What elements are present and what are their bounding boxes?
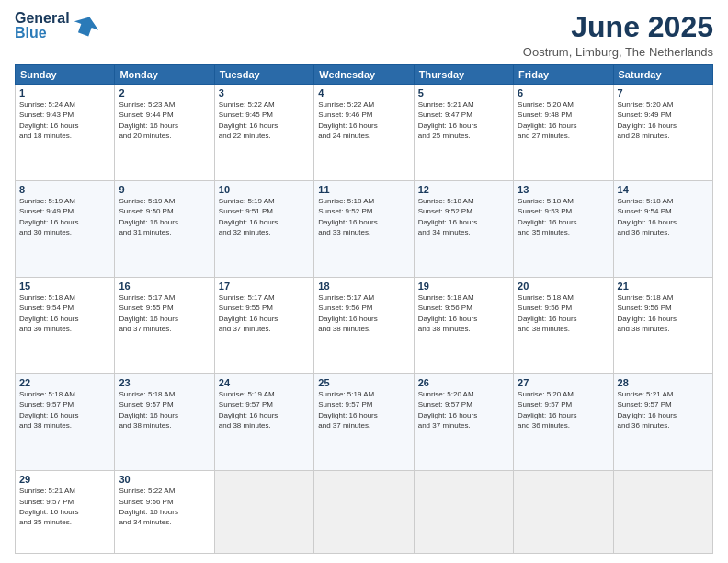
calendar-row: 8Sunrise: 5:19 AMSunset: 9:49 PMDaylight… <box>16 181 713 278</box>
day-detail: Sunrise: 5:19 AMSunset: 9:57 PMDaylight:… <box>219 390 278 430</box>
day-detail: Sunrise: 5:18 AMSunset: 9:56 PMDaylight:… <box>618 293 677 333</box>
table-row: 19Sunrise: 5:18 AMSunset: 9:56 PMDayligh… <box>414 278 513 374</box>
day-number: 14 <box>618 184 709 195</box>
day-detail: Sunrise: 5:21 AMSunset: 9:47 PMDaylight:… <box>418 100 477 140</box>
day-detail: Sunrise: 5:18 AMSunset: 9:57 PMDaylight:… <box>119 390 177 430</box>
day-detail: Sunrise: 5:22 AMSunset: 9:46 PMDaylight:… <box>318 100 377 140</box>
table-row: 3Sunrise: 5:22 AMSunset: 9:45 PMDaylight… <box>214 85 313 181</box>
day-detail: Sunrise: 5:20 AMSunset: 9:57 PMDaylight:… <box>418 390 477 430</box>
table-row: 6Sunrise: 5:20 AMSunset: 9:48 PMDaylight… <box>514 85 613 181</box>
day-number: 27 <box>518 377 609 388</box>
day-detail: Sunrise: 5:18 AMSunset: 9:57 PMDaylight:… <box>19 390 78 430</box>
table-row: 18Sunrise: 5:17 AMSunset: 9:56 PMDayligh… <box>314 278 414 374</box>
calendar-row: 15Sunrise: 5:18 AMSunset: 9:54 PMDayligh… <box>16 278 713 374</box>
table-row <box>613 471 712 554</box>
logo-bird-icon <box>70 9 103 42</box>
day-detail: Sunrise: 5:19 AMSunset: 9:57 PMDaylight:… <box>318 390 377 430</box>
day-number: 20 <box>518 281 609 292</box>
day-number: 23 <box>119 377 210 388</box>
header-sunday: Sunday <box>16 65 115 85</box>
day-detail: Sunrise: 5:17 AMSunset: 9:56 PMDaylight:… <box>318 293 377 333</box>
table-row: 1Sunrise: 5:24 AMSunset: 9:43 PMDaylight… <box>16 85 115 181</box>
day-number: 12 <box>418 184 509 195</box>
day-number: 3 <box>219 87 310 98</box>
day-number: 11 <box>318 184 409 195</box>
table-row: 27Sunrise: 5:20 AMSunset: 9:57 PMDayligh… <box>514 374 613 471</box>
calendar-body: 1Sunrise: 5:24 AMSunset: 9:43 PMDaylight… <box>16 85 713 554</box>
day-detail: Sunrise: 5:23 AMSunset: 9:44 PMDaylight:… <box>119 100 177 140</box>
table-row: 23Sunrise: 5:18 AMSunset: 9:57 PMDayligh… <box>115 374 214 471</box>
table-row: 16Sunrise: 5:17 AMSunset: 9:55 PMDayligh… <box>115 278 214 374</box>
day-detail: Sunrise: 5:18 AMSunset: 9:54 PMDaylight:… <box>19 293 78 333</box>
day-number: 24 <box>219 377 310 388</box>
day-number: 10 <box>219 184 310 195</box>
day-detail: Sunrise: 5:18 AMSunset: 9:53 PMDaylight:… <box>518 197 576 236</box>
day-detail: Sunrise: 5:20 AMSunset: 9:48 PMDaylight:… <box>518 100 576 140</box>
table-row: 11Sunrise: 5:18 AMSunset: 9:52 PMDayligh… <box>314 181 414 278</box>
day-number: 16 <box>119 281 210 292</box>
logo-general: General <box>15 11 70 26</box>
calendar-row: 22Sunrise: 5:18 AMSunset: 9:57 PMDayligh… <box>16 374 713 471</box>
day-detail: Sunrise: 5:18 AMSunset: 9:56 PMDaylight:… <box>518 293 576 333</box>
table-row: 12Sunrise: 5:18 AMSunset: 9:52 PMDayligh… <box>414 181 513 278</box>
table-row <box>214 471 313 554</box>
table-row <box>314 471 414 554</box>
day-number: 2 <box>119 87 210 98</box>
month-title: June 2025 <box>523 11 713 43</box>
day-detail: Sunrise: 5:24 AMSunset: 9:43 PMDaylight:… <box>19 100 78 140</box>
table-row: 13Sunrise: 5:18 AMSunset: 9:53 PMDayligh… <box>514 181 613 278</box>
table-row: 22Sunrise: 5:18 AMSunset: 9:57 PMDayligh… <box>16 374 115 471</box>
page: General Blue June 2025 Oostrum, Limburg,… <box>0 0 728 563</box>
table-row <box>514 471 613 554</box>
day-detail: Sunrise: 5:22 AMSunset: 9:56 PMDaylight:… <box>119 487 177 526</box>
day-number: 7 <box>618 87 709 98</box>
day-number: 21 <box>618 281 709 292</box>
header-tuesday: Tuesday <box>214 65 313 85</box>
header-friday: Friday <box>514 65 613 85</box>
table-row: 26Sunrise: 5:20 AMSunset: 9:57 PMDayligh… <box>414 374 513 471</box>
table-row: 14Sunrise: 5:18 AMSunset: 9:54 PMDayligh… <box>613 181 712 278</box>
day-detail: Sunrise: 5:22 AMSunset: 9:45 PMDaylight:… <box>219 100 278 140</box>
table-row: 24Sunrise: 5:19 AMSunset: 9:57 PMDayligh… <box>214 374 313 471</box>
day-number: 4 <box>318 87 409 98</box>
day-number: 26 <box>418 377 509 388</box>
calendar-table: Sunday Monday Tuesday Wednesday Thursday… <box>15 64 713 554</box>
table-row <box>414 471 513 554</box>
day-number: 29 <box>19 474 110 485</box>
weekday-header-row: Sunday Monday Tuesday Wednesday Thursday… <box>16 65 713 85</box>
day-number: 18 <box>318 281 409 292</box>
day-number: 25 <box>318 377 409 388</box>
day-number: 28 <box>618 377 709 388</box>
day-detail: Sunrise: 5:17 AMSunset: 9:55 PMDaylight:… <box>119 293 177 333</box>
table-row: 21Sunrise: 5:18 AMSunset: 9:56 PMDayligh… <box>613 278 712 374</box>
day-number: 1 <box>19 87 110 98</box>
day-detail: Sunrise: 5:18 AMSunset: 9:52 PMDaylight:… <box>318 197 377 236</box>
day-detail: Sunrise: 5:20 AMSunset: 9:49 PMDaylight:… <box>618 100 677 140</box>
svg-marker-0 <box>71 13 101 39</box>
day-number: 15 <box>19 281 110 292</box>
table-row: 8Sunrise: 5:19 AMSunset: 9:49 PMDaylight… <box>16 181 115 278</box>
table-row: 29Sunrise: 5:21 AMSunset: 9:57 PMDayligh… <box>16 471 115 554</box>
logo: General Blue <box>15 11 99 40</box>
table-row: 15Sunrise: 5:18 AMSunset: 9:54 PMDayligh… <box>16 278 115 374</box>
title-block: June 2025 Oostrum, Limburg, The Netherla… <box>523 11 713 59</box>
day-detail: Sunrise: 5:17 AMSunset: 9:55 PMDaylight:… <box>219 293 278 333</box>
table-row: 20Sunrise: 5:18 AMSunset: 9:56 PMDayligh… <box>514 278 613 374</box>
table-row: 30Sunrise: 5:22 AMSunset: 9:56 PMDayligh… <box>115 471 214 554</box>
day-detail: Sunrise: 5:18 AMSunset: 9:54 PMDaylight:… <box>618 197 677 236</box>
table-row: 17Sunrise: 5:17 AMSunset: 9:55 PMDayligh… <box>214 278 313 374</box>
day-number: 8 <box>19 184 110 195</box>
day-detail: Sunrise: 5:20 AMSunset: 9:57 PMDaylight:… <box>518 390 576 430</box>
table-row: 25Sunrise: 5:19 AMSunset: 9:57 PMDayligh… <box>314 374 414 471</box>
day-detail: Sunrise: 5:21 AMSunset: 9:57 PMDaylight:… <box>618 390 677 430</box>
logo-blue: Blue <box>15 26 70 40</box>
table-row: 28Sunrise: 5:21 AMSunset: 9:57 PMDayligh… <box>613 374 712 471</box>
table-row: 5Sunrise: 5:21 AMSunset: 9:47 PMDaylight… <box>414 85 513 181</box>
day-number: 22 <box>19 377 110 388</box>
table-row: 9Sunrise: 5:19 AMSunset: 9:50 PMDaylight… <box>115 181 214 278</box>
day-number: 17 <box>219 281 310 292</box>
header: General Blue June 2025 Oostrum, Limburg,… <box>15 11 713 59</box>
day-detail: Sunrise: 5:21 AMSunset: 9:57 PMDaylight:… <box>19 487 78 526</box>
table-row: 10Sunrise: 5:19 AMSunset: 9:51 PMDayligh… <box>214 181 313 278</box>
header-saturday: Saturday <box>613 65 712 85</box>
